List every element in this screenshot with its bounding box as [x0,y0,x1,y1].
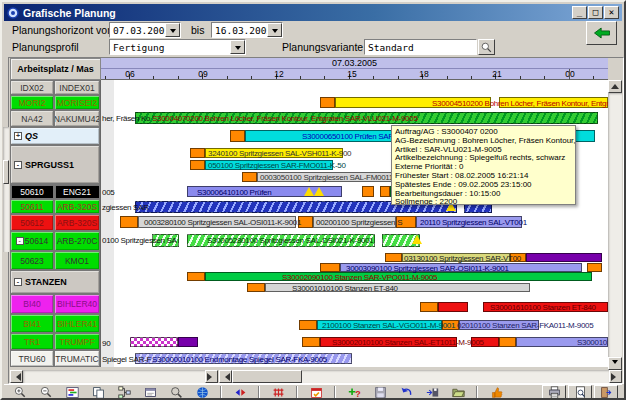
copy-button[interactable] [86,385,110,400]
gantt-plot[interactable]: S30004510200 Bohren Löcher, Fräsen Konto… [101,80,608,367]
variant-lookup-button[interactable] [478,39,495,55]
workplace-name-TRUMATIC[interactable]: TRUMATIC [54,350,100,367]
workplace-code-50623[interactable]: 50623 [10,251,54,270]
gantt-bar[interactable] [320,263,340,272]
properties-button[interactable] [138,385,162,400]
gantt-bar[interactable] [438,302,468,312]
collapse-icon[interactable]: - [16,237,24,245]
gantt-bar[interactable] [190,148,205,158]
workplace-code-50610[interactable]: 50610 [10,184,54,199]
left-splitter-thumb[interactable] [3,160,9,184]
horizon-to-combobox[interactable]: 16.03.2005 [211,22,283,38]
gantt-bar[interactable] [190,160,205,170]
save-as-button[interactable] [420,385,444,400]
gantt-bar[interactable] [178,337,198,347]
horizon-to-dropdown-icon[interactable] [267,23,282,37]
gantt-bar[interactable] [362,186,374,197]
chart-scroll-right-button[interactable] [609,370,622,383]
workplace-code-50612[interactable]: 50612 [10,214,54,231]
gantt-bar[interactable] [230,130,245,142]
left-panel-scroll-right-button[interactable] [205,370,218,383]
gantt-bar[interactable] [130,337,178,347]
profile-combobox[interactable]: Fertigung [109,39,246,55]
left-splitter-scrollbar[interactable] [3,127,9,252]
workplace-name-BIHLER40[interactable]: BIHLER40 [54,294,100,314]
workplace-code-BI41[interactable]: BI41 [10,314,54,333]
gantt-bar[interactable] [320,97,335,108]
left-panel-scroll-left-button[interactable] [10,370,23,383]
profile-dropdown-icon[interactable] [230,40,245,54]
gantt-bar[interactable] [587,263,602,272]
workplace-name-BIHLER41[interactable]: BIHLER41 [54,314,100,333]
expand-icon[interactable]: + [14,132,22,140]
gantt-bar[interactable] [242,172,257,182]
gantt-bar[interactable] [385,253,402,262]
collapse-icon[interactable]: - [14,278,22,286]
exit-icon [600,386,613,399]
order-network-button[interactable] [112,385,136,400]
workplace-code-TRU60[interactable]: TRU60 [10,350,54,367]
close-button[interactable]: ✕ [604,6,619,19]
scroll-down-button[interactable] [608,357,622,370]
gantt-bar[interactable] [120,216,138,228]
exit-button[interactable] [594,385,618,400]
back-button[interactable] [586,21,617,45]
workplace-code-TR1[interactable]: TR1 [10,333,54,350]
workplace-name-INDEX01[interactable]: INDEX01 [54,80,100,95]
workplace-name-ARB-320S[interactable]: ARB-320S [54,214,100,231]
titlebar[interactable]: Grafische Planung _ □ ✕ [4,4,622,21]
workplace-name-ARB-270C[interactable]: ARB-270C [54,231,100,251]
zoom-in-button[interactable] [8,385,32,400]
workplace-name-ENG21[interactable]: ENG21 [54,184,100,199]
horizon-from-combobox[interactable]: 07.03.2005 [109,22,181,38]
gantt-bar[interactable] [380,186,390,197]
gantt-bar[interactable] [526,253,602,262]
scroll-up-button[interactable] [608,80,622,93]
print-preview-button[interactable] [568,385,592,400]
vertical-scrollbar[interactable] [608,58,622,370]
open-button[interactable] [446,385,470,400]
horizon-from-dropdown-icon[interactable] [165,23,180,37]
workplace-code-50611[interactable]: 50611 [10,199,54,214]
gantt-bar[interactable] [420,302,438,312]
workplace-name-MORISEI2[interactable]: MORISEI2 [54,95,100,110]
date-header[interactable]: 07.03.2005 [101,58,608,69]
search-button[interactable] [164,385,188,400]
workplace-group-SPRGUSS1[interactable]: -SPRGUSS1 [10,145,100,184]
workplace-code-NA42[interactable]: NA42 [10,110,54,127]
capacity-grid-button[interactable] [266,385,290,400]
workplace-code-MORI2[interactable]: MORI2 [10,95,54,110]
world-button[interactable] [190,385,214,400]
planning-board-button[interactable] [60,385,84,400]
workplace-name-ARB-320S[interactable]: ARB-320S [54,199,100,214]
gantt-bar[interactable] [187,272,205,281]
workplace-name-TRUMPF[interactable]: TRUMPF [54,333,100,350]
workplace-name-KMO1[interactable]: KMO1 [54,251,100,270]
maximize-button[interactable]: □ [588,6,603,19]
workplace-code-50614[interactable]: -50614 [10,231,54,251]
workplace-group-QS[interactable]: +QS [10,127,100,145]
gantt-bar[interactable] [247,283,265,292]
approve-button[interactable] [484,385,508,400]
calendar-check-button[interactable] [304,385,328,400]
gantt-bar[interactable] [302,337,320,347]
chart-scroll-left-button[interactable] [219,370,232,383]
workplace-group-STANZEN[interactable]: -STANZEN [10,270,100,294]
insert-help-button[interactable]: ? [342,385,366,400]
hour-header[interactable]: 06091215182100 [101,69,608,80]
workplace-code-BI40[interactable]: BI40 [10,294,54,314]
variant-field[interactable]: Standard [364,39,477,55]
horizontal-scrollbars[interactable] [10,370,622,383]
undo-button[interactable] [394,385,418,400]
minimize-button[interactable]: _ [572,6,587,19]
compare-planning-button[interactable] [228,385,252,400]
save-button[interactable] [368,385,392,400]
collapse-icon[interactable]: - [14,161,22,169]
chart-scroll-thumb[interactable] [232,370,302,383]
zoom-out-button[interactable] [34,385,58,400]
gantt-bar[interactable] [299,320,317,330]
workplace-name-NAKUMU42[interactable]: NAKUMU42 [54,110,100,127]
print-button[interactable] [542,385,566,400]
workplace-code-IDX02[interactable]: IDX02 [10,80,54,95]
gantt-bar[interactable] [499,337,516,347]
